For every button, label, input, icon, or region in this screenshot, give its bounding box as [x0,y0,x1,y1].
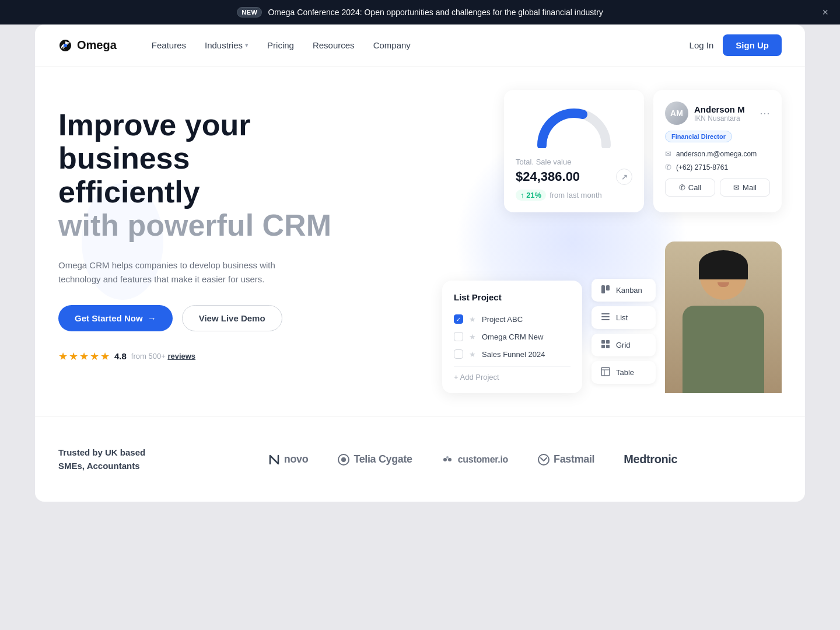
svg-point-14 [341,457,346,462]
person-illustration [665,242,782,393]
contact-company: IKN Nusantara [694,114,745,123]
gauge-container [516,102,632,148]
list-label: List [616,313,628,322]
hero-rating: ★ ★ ★ ★ ★ 4.8 from 500+ reviews [58,350,338,363]
nav-company[interactable]: Company [373,40,411,50]
project-name-2: Omega CRM New [482,332,543,341]
trusted-logos: novo Telia Cygate customer.io [163,453,782,466]
grid-icon [601,340,610,351]
nav-links: Features Industries ▾ Pricing Resources … [152,40,690,50]
avatar: AM [665,102,688,125]
hero-right-top: Total. Sale value $24,386.00 ↗ ↑ 21% fro… [504,90,782,212]
list-view-button[interactable]: List [592,306,656,329]
project-item-3: ★ Sales Funnel 2024 [454,345,570,363]
novo-icon [268,453,281,466]
svg-rect-1 [601,285,605,293]
signup-button[interactable]: Sign Up [723,34,782,56]
nav-industries[interactable]: Industries ▾ [205,40,249,50]
kanban-label: Kanban [616,286,642,295]
contact-email-row: ✉ anderson.m@omega.com [665,149,770,158]
grid-view-button[interactable]: Grid [592,334,656,356]
hero-left: Improve your business efficiently with p… [58,108,338,363]
svg-rect-5 [601,319,610,320]
contact-actions: ✆ Call ✉ Mail [665,178,770,197]
kanban-icon [601,285,610,296]
logo[interactable]: Omega [58,38,117,52]
phone-icon: ✆ [665,163,671,172]
external-link-icon[interactable]: ↗ [616,169,632,185]
table-icon [601,367,610,378]
svg-rect-4 [601,316,610,317]
svg-point-16 [448,458,452,461]
checkbox-1[interactable]: ✓ [454,314,463,324]
call-button[interactable]: ✆ Call [665,178,715,197]
project-name-1: Project ABC [482,315,523,324]
nav-actions: Log In Sign Up [690,34,782,56]
hero-title-line3: with powerful CRM [58,208,331,242]
table-view-button[interactable]: Table [592,361,656,384]
more-options-icon[interactable]: ⋯ [760,107,770,120]
nav-resources[interactable]: Resources [313,40,355,50]
logo-text: Omega [77,38,117,52]
view-options: Kanban List [592,279,656,384]
svg-rect-10 [601,368,610,376]
hero-title-line2: business efficiently [58,141,200,208]
arrow-icon: → [148,313,156,323]
svg-point-17 [446,456,449,459]
rating-sub: from 500+ reviews [131,352,195,360]
hero-description: Omega CRM helps companies to develop bus… [58,258,280,286]
mail-button[interactable]: ✉ Mail [720,178,770,197]
project-card-title: List Project [454,292,570,302]
trusted-section: Trusted by UK basedSMEs, Accountants nov… [35,416,805,502]
contact-header: AM Anderson M IKN Nusantara ⋯ [665,102,770,125]
announcement-close-button[interactable]: × [822,7,828,18]
new-badge: NEW [237,7,262,18]
login-button[interactable]: Log In [690,40,714,50]
contact-badge: Financial Director [665,131,732,142]
gauge-chart [533,102,615,148]
project-item-2: ★ Omega CRM New [454,328,570,345]
logo-medtronic: Medtronic [624,453,677,466]
live-demo-button[interactable]: View Live Demo [182,305,282,331]
get-started-button[interactable]: Get Started Now → [58,305,173,331]
logo-icon [58,38,72,52]
main-wrapper: Omega Features Industries ▾ Pricing Reso… [35,24,805,502]
star-4: ★ [90,350,99,363]
checkbox-3[interactable] [454,349,463,359]
announcement-bar: NEW Omega Conference 2024: Open opportun… [0,0,840,24]
industries-chevron-icon: ▾ [245,41,249,49]
star-5: ★ [100,350,110,363]
star-icon-3: ★ [469,350,476,359]
nav-features[interactable]: Features [152,40,186,50]
sales-value: $24,386.00 ↗ [516,169,632,185]
project-item-1: ✓ ★ Project ABC [454,310,570,328]
contact-phone-row: ✆ (+62) 2715-8761 [665,163,770,172]
customer-io-icon [442,453,454,466]
svg-point-0 [64,44,67,47]
project-card: List Project ✓ ★ Project ABC ★ Omega CRM… [442,281,582,393]
svg-point-18 [538,454,549,465]
project-name-3: Sales Funnel 2024 [482,350,545,359]
up-arrow-icon: ↑ [520,191,524,200]
star-2: ★ [69,350,78,363]
nav-pricing[interactable]: Pricing [267,40,294,50]
announcement-text: Omega Conference 2024: Open opportunitie… [268,8,603,17]
svg-rect-3 [601,313,610,314]
contact-name: Anderson M [694,104,745,114]
change-label: from last month [550,191,602,200]
hero-title: Improve your business efficiently with p… [58,108,338,242]
telia-icon [337,453,350,466]
star-1: ★ [58,350,68,363]
checkbox-2[interactable] [454,332,463,341]
reviews-link[interactable]: reviews [167,352,195,360]
kanban-view-button[interactable]: Kanban [592,279,656,302]
logo-customer-io: customer.io [442,453,508,466]
svg-rect-7 [606,340,610,344]
email-icon: ✉ [665,149,671,158]
rating-score: 4.8 [114,351,127,361]
star-icon-1: ★ [469,315,476,324]
list-icon [601,312,610,323]
svg-point-15 [443,458,447,461]
add-project-button[interactable]: + Add Project [454,366,570,382]
sales-change: ↑ 21% from last month [516,190,632,201]
